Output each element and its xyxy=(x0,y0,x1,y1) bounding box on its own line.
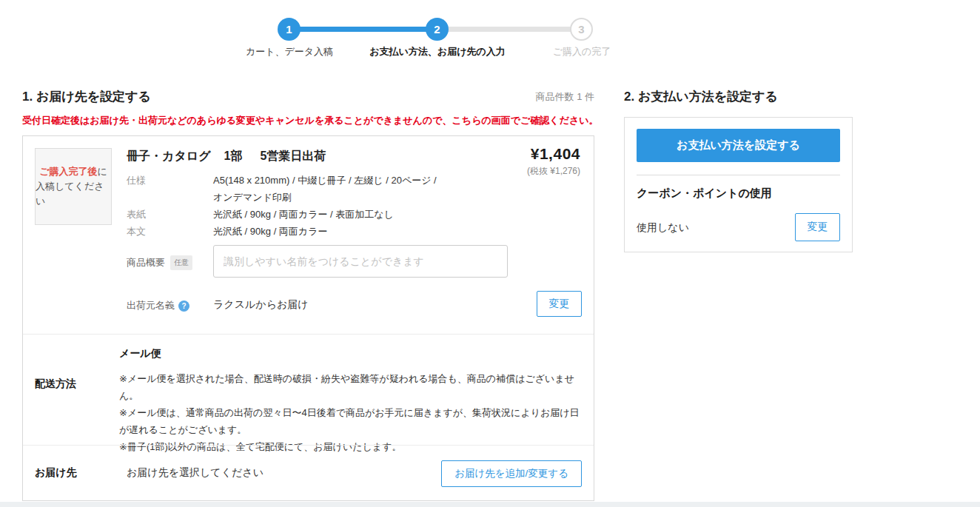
thumbnail-line-1-red: ご購入完了後 xyxy=(39,166,97,177)
product-shipping-speed: 5営業日出荷 xyxy=(260,149,326,164)
product-price-tax-excluded: (税抜 ¥1,276) xyxy=(527,165,580,178)
stepper-connector-1-2 xyxy=(289,27,437,32)
spec-value: 光沢紙 / 90kg / 両面カラー xyxy=(213,223,445,240)
product-specs: 仕様 A5(148 x 210mm) / 中綴じ冊子 / 左綴じ / 20ページ… xyxy=(127,172,445,240)
divider xyxy=(23,334,594,335)
shipping-note: ※メール便を選択された場合、配送時の破損・紛失や盗難等が疑われる場合も、商品の補… xyxy=(119,370,587,404)
divider xyxy=(23,445,594,446)
payment-card: お支払い方法を設定する クーポン・ポイントの使用 使用しない 変更 xyxy=(624,117,853,252)
spec-row-hyoshi: 表紙 光沢紙 / 90kg / 両面カラー / 表面加工なし xyxy=(127,206,445,223)
shipper-change-button[interactable]: 変更 xyxy=(537,291,582,317)
coupon-points-value: 使用しない xyxy=(637,221,689,235)
shipper-label-row: 出荷元名義 ? xyxy=(127,299,189,312)
price-block: ¥1,404 (税抜 ¥1,276) xyxy=(527,145,580,178)
product-title-row: 冊子・カタログ 1部 5営業日出荷 xyxy=(127,149,326,164)
product-summary-label-row: 商品概要 任意 xyxy=(127,255,192,270)
step-1-circle: 1 xyxy=(278,18,301,41)
shipper-label: 出荷元名義 xyxy=(127,299,175,312)
help-icon[interactable]: ? xyxy=(178,300,189,312)
product-summary-input[interactable] xyxy=(213,245,508,278)
product-thumbnail-placeholder: ご購入完了後に 入稿してください xyxy=(35,148,112,225)
spec-row-shiyo: 仕様 A5(148 x 210mm) / 中綴じ冊子 / 左綴じ / 20ページ… xyxy=(127,172,445,206)
spec-row-honbun: 本文 光沢紙 / 90kg / 両面カラー xyxy=(127,223,445,240)
coupon-points-title: クーポン・ポイントの使用 xyxy=(637,187,772,201)
shipping-method-content: メール便 ※メール便を選択された場合、配送時の破損・紛失や盗難等が疑われる場合も… xyxy=(119,347,587,455)
page-bottom-strip xyxy=(0,502,980,507)
step-2-circle: 2 xyxy=(426,18,449,41)
spec-value: 光沢紙 / 90kg / 両面カラー / 表面加工なし xyxy=(213,206,445,223)
shipping-note: ※冊子(1部)以外の商品は、全て宅配便にて、お届けいたします。 xyxy=(119,438,587,455)
divider xyxy=(637,175,840,175)
thumbnail-line-1: ご購入完了後に xyxy=(39,164,107,179)
step-3-circle: 3 xyxy=(570,18,593,41)
delivery-section-title: 1. お届け先を設定する xyxy=(22,88,151,105)
shipping-note: ※メール便は、通常商品の出荷の翌々日〜4日後着で商品がお手元に届きますが、集荷状… xyxy=(119,404,587,438)
destination-label: お届け先 xyxy=(35,466,77,480)
product-name: 冊子・カタログ xyxy=(127,149,211,164)
shipper-value: ラクスルからお届け xyxy=(213,298,309,312)
thumbnail-line-1-rest: に xyxy=(98,166,107,177)
stepper-connector-2-3 xyxy=(437,27,582,32)
destination-value: お届け先を選択してください xyxy=(127,466,264,480)
checkout-page: 1 2 3 カート、データ入稿 お支払い方法、お届け先の入力 ご購入の完了 1.… xyxy=(0,0,980,507)
shipping-method-name: メール便 xyxy=(119,347,587,360)
item-count-label: 商品件数 1 件 xyxy=(520,90,594,104)
coupon-change-button[interactable]: 変更 xyxy=(795,213,840,241)
step-3-label: ご購入の完了 xyxy=(553,45,611,58)
product-quantity: 1部 xyxy=(224,149,243,164)
payment-section-title: 2. お支払い方法を設定する xyxy=(624,88,778,105)
spec-label: 表紙 xyxy=(127,206,213,223)
product-summary-label: 商品概要 xyxy=(127,256,165,269)
step-2-label: お支払い方法、お届け先の入力 xyxy=(369,45,506,58)
product-price: ¥1,404 xyxy=(527,145,580,163)
spec-label: 仕様 xyxy=(127,172,213,206)
shipping-method-label: 配送方法 xyxy=(35,377,76,391)
spec-value: A5(148 x 210mm) / 中綴じ冊子 / 左綴じ / 20ページ / … xyxy=(213,172,445,206)
step-1-label: カート、データ入稿 xyxy=(246,45,333,58)
delivery-card: ご購入完了後に 入稿してください 冊子・カタログ 1部 5営業日出荷 ¥1,40… xyxy=(22,135,594,501)
thumbnail-line-2: 入稿してください xyxy=(36,179,111,209)
optional-badge: 任意 xyxy=(170,255,192,270)
cancellation-warning-text: 受付日確定後はお届け先・出荷元などのあらゆる変更やキャンセルを承ることができませ… xyxy=(22,114,599,127)
set-payment-method-button[interactable]: お支払い方法を設定する xyxy=(637,129,840,162)
destination-add-change-button[interactable]: お届け先を追加/変更する xyxy=(441,460,582,487)
shipping-method-notes: ※メール便を選択された場合、配送時の破損・紛失や盗難等が疑われる場合も、商品の補… xyxy=(119,370,587,455)
spec-label: 本文 xyxy=(127,223,213,240)
